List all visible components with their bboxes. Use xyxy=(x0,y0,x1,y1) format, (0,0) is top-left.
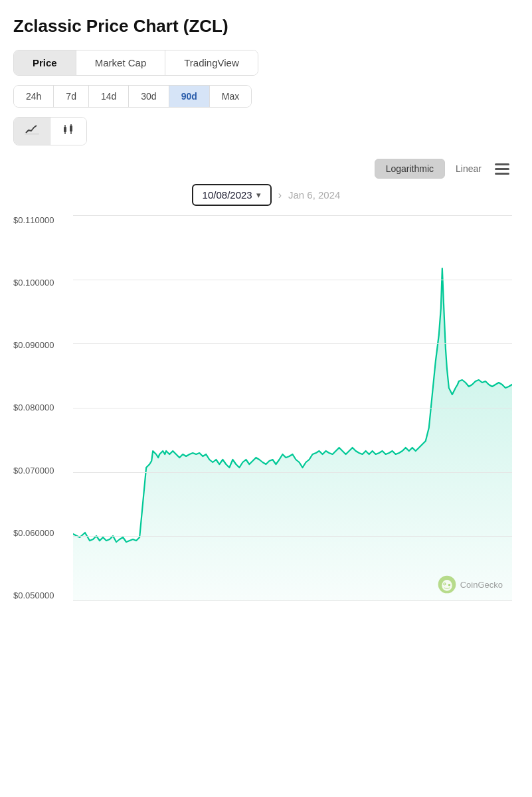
y-label-5: $0.060000 xyxy=(13,528,73,538)
y-label-6: $0.050000 xyxy=(13,590,73,600)
scale-row: Logarithmic Linear xyxy=(13,159,519,179)
chart-svg-area: CoinGecko xyxy=(73,215,512,600)
grid-line-2 xyxy=(73,343,512,344)
coingecko-logo xyxy=(438,575,456,594)
grid-line-4 xyxy=(73,472,512,473)
chart-type-candle[interactable] xyxy=(50,118,86,145)
svg-rect-4 xyxy=(70,126,72,132)
coingecko-label: CoinGecko xyxy=(460,580,503,590)
y-label-3: $0.080000 xyxy=(13,402,73,412)
grid-line-3 xyxy=(73,408,512,408)
tab-price[interactable]: Price xyxy=(14,50,76,75)
svg-point-10 xyxy=(444,583,445,584)
y-label-1: $0.100000 xyxy=(13,278,73,288)
tab-tradingview[interactable]: TradingView xyxy=(165,50,258,75)
hamburger-menu[interactable] xyxy=(492,161,512,177)
date-range-separator: › xyxy=(278,189,282,201)
grid-line-5 xyxy=(73,536,512,537)
time-90d[interactable]: 90d xyxy=(169,86,210,107)
date-row: 10/08/2023 ▾ › Jan 6, 2024 xyxy=(13,184,519,206)
chart-type-group xyxy=(13,117,87,145)
date-dropdown-arrow: ▾ xyxy=(256,190,261,200)
svg-point-8 xyxy=(442,580,452,591)
page-title: Zclassic Price Chart (ZCL) xyxy=(13,16,519,37)
y-axis: $0.110000 $0.100000 $0.090000 $0.080000 … xyxy=(13,215,73,600)
time-7d[interactable]: 7d xyxy=(54,86,89,107)
date-start-selector[interactable]: 10/08/2023 ▾ xyxy=(192,184,272,206)
time-30d[interactable]: 30d xyxy=(129,86,169,107)
y-label-0: $0.110000 xyxy=(13,215,73,225)
scale-logarithmic[interactable]: Logarithmic xyxy=(375,159,445,179)
date-end-value: Jan 6, 2024 xyxy=(288,189,340,201)
svg-rect-1 xyxy=(64,127,66,132)
date-start-value: 10/08/2023 xyxy=(203,189,252,201)
time-24h[interactable]: 24h xyxy=(14,86,54,107)
grid-line-0 xyxy=(73,215,512,216)
time-max[interactable]: Max xyxy=(210,86,251,107)
time-14d[interactable]: 14d xyxy=(89,86,129,107)
svg-point-11 xyxy=(448,584,450,586)
main-tab-group: Price Market Cap TradingView xyxy=(13,50,258,76)
grid-line-6 xyxy=(73,600,512,601)
scale-linear[interactable]: Linear xyxy=(453,159,484,178)
grid-line-1 xyxy=(73,280,512,280)
y-label-2: $0.090000 xyxy=(13,340,73,350)
svg-rect-0 xyxy=(25,133,39,135)
price-chart-container: $0.110000 $0.100000 $0.090000 $0.080000 … xyxy=(13,215,519,627)
y-label-4: $0.070000 xyxy=(13,466,73,476)
tab-marketcap[interactable]: Market Cap xyxy=(76,50,166,75)
coingecko-badge: CoinGecko xyxy=(438,575,503,594)
timeframe-group: 24h 7d 14d 30d 90d Max xyxy=(13,85,252,108)
chart-type-line[interactable] xyxy=(14,118,50,145)
